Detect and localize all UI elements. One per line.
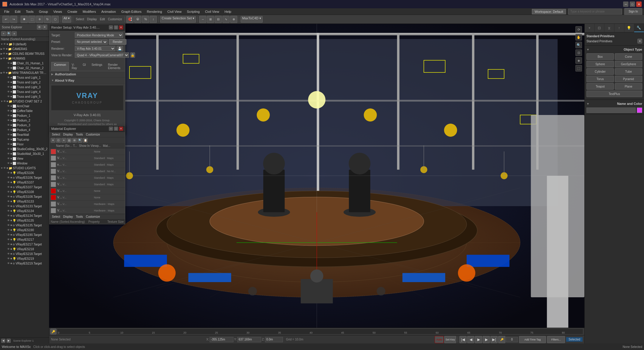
mat-menu-display[interactable]: Display — [62, 133, 74, 136]
tree-item[interactable]: ▼ 👁■ 📁 0 (default) — [0, 42, 49, 46]
tube-btn[interactable]: Tube — [615, 68, 642, 75]
tree-item[interactable]: 👁■ ⬜ ArmChair — [0, 104, 49, 108]
frame-number-input[interactable] — [506, 337, 518, 342]
about-vray-section[interactable]: ▼ About V-Ray — [49, 77, 125, 84]
save-file-btn[interactable]: 💾 — [117, 46, 123, 51]
tree-item[interactable]: 👁■ 💡 VRayIES108 — [0, 189, 49, 194]
maximize-button[interactable]: □ — [630, 1, 635, 7]
menu-rendering[interactable]: Rendering — [145, 9, 165, 14]
authorization-section[interactable]: ▶ Authorization — [49, 71, 125, 77]
mat-maximize-btn[interactable]: □ — [114, 127, 118, 131]
pan-btn[interactable]: ✋ — [575, 34, 582, 41]
box-btn[interactable]: Box — [586, 53, 614, 60]
material-list-item[interactable]: VRayLightRed_3 V... None — [49, 148, 125, 155]
align-btn[interactable]: ⊞ — [207, 16, 214, 23]
mat-tool-2[interactable]: ≡ — [61, 138, 66, 143]
rp-tab-motion[interactable]: ↑ — [614, 24, 624, 32]
redo-btn[interactable]: ↪ — [10, 16, 17, 23]
tree-item[interactable]: 👁■ ⊕ VRayIES107.Target — [0, 185, 49, 189]
mat-tool-3[interactable]: ▤ — [67, 138, 72, 143]
minimize-button[interactable]: ─ — [623, 1, 628, 7]
tree-item[interactable]: ▶ 👁■ 📁 CAMERAS — [0, 46, 49, 51]
view-select[interactable]: Quad 4 - VRayPhysicalCamera007 — [75, 52, 129, 58]
tree-item[interactable]: 👁■ 💡 VRayIES133 — [0, 199, 49, 204]
render-maximize-btn[interactable]: □ — [114, 25, 118, 29]
menu-help[interactable]: Help — [222, 9, 234, 14]
set-key-btn[interactable]: Set Key — [444, 336, 456, 343]
renderer-select[interactable]: V-Ray Adv 3.40.01 — [75, 46, 115, 51]
tree-item[interactable]: 👁■ ⬜ View — [0, 156, 49, 161]
prev-frame-btn[interactable]: ◀ — [467, 336, 474, 343]
tree-item[interactable]: 👁■ ⊕ VRayIES219.Target — [0, 261, 49, 266]
tree-item[interactable]: 👁■ ⬜ TopLamp — [0, 137, 49, 142]
menu-civil-view-2[interactable]: Civil View — [203, 9, 222, 14]
render-close-btn[interactable]: ✕ — [119, 25, 123, 29]
schematic-btn[interactable]: ⊕ — [230, 16, 237, 23]
tree-item[interactable]: 👁■ 💡 VRayIES190 — [0, 228, 49, 232]
tree-item[interactable]: 👁■ ⬜ Floor — [0, 142, 49, 147]
tree-item[interactable]: ▶ 👁■ 📁 HUMANS — [0, 56, 49, 61]
tree-item[interactable]: 👁■ ⊕ VRayIES135.Target — [0, 223, 49, 228]
mat-col-name[interactable]: Name (Sorted Ascending) — [56, 144, 73, 147]
render-minimize-btn[interactable]: ─ — [109, 25, 113, 29]
maxtoc4d-btn[interactable]: MaxToC4D ▾ — [241, 16, 262, 23]
tree-item[interactable]: 👁■ 💡 VRayIES135 — [0, 218, 49, 223]
timeline-key-btn[interactable]: 🔑 — [50, 329, 56, 335]
material-list-item[interactable]: VRayPlastic_3 V... Standard : No M... — [49, 168, 125, 175]
se-create-btn[interactable]: + — [1, 31, 6, 36]
tree-item[interactable]: 👁■ ⊕ VRayIES133.Target — [0, 204, 49, 209]
zoom-btn[interactable]: 🔍 — [575, 42, 582, 48]
tree-item[interactable]: 👁■ 💡 VRayIES107 — [0, 180, 49, 185]
auto-key-btn[interactable]: Auto — [435, 336, 444, 343]
se-scroll-left[interactable]: ◀ — [1, 339, 5, 343]
tree-item[interactable]: ▶ 👁■ 📁 MINI TRAINGULAR TRUSS ANI — [0, 70, 49, 75]
search-bar[interactable]: Type a keyword or phrase — [568, 9, 622, 15]
sphere-btn[interactable]: Sphere — [586, 61, 614, 67]
menu-graph-editors[interactable]: Graph Editors — [119, 9, 144, 14]
menu-modifiers[interactable]: Modifiers — [80, 9, 98, 14]
se-filter-btn[interactable]: ≡ — [12, 31, 17, 36]
angle-snap[interactable]: ⦿ — [134, 16, 141, 23]
workspace-dropdown[interactable]: Workspace: Default — [532, 9, 566, 14]
target-select[interactable]: Production Rendering Mode — [75, 32, 123, 38]
se-settings-btn[interactable]: ⚙ — [37, 25, 42, 29]
mat-tool-5[interactable]: 🔍 — [78, 138, 82, 143]
se-search-btn[interactable]: 🔍 — [7, 31, 11, 36]
material-list-item[interactable]: VRayScreen_1 V... Hardware : Maps — [49, 201, 125, 207]
mat-tool-6[interactable]: 📋 — [83, 138, 88, 143]
tree-item[interactable]: 👁■ ⬜ Podium_4 — [0, 127, 49, 132]
tree-item[interactable]: 👁■ ⊕ VRayIES218.Target — [0, 251, 49, 256]
curve-editor-btn[interactable]: ∿ — [222, 16, 230, 23]
sign-in-btn[interactable]: Sign In — [624, 8, 642, 15]
filter-dropdown[interactable]: All ▾ — [62, 16, 71, 23]
tree-item[interactable]: 👁■ ⊕ VRayIES106.Target — [0, 175, 49, 180]
mat-menu-select[interactable]: Select — [51, 133, 61, 136]
tab-render-elements[interactable]: Render Elements — [105, 62, 123, 71]
tree-item[interactable]: 👁■ ⊕ VRayIES108.Target — [0, 194, 49, 199]
mat-tool-1[interactable]: ⊡ — [56, 138, 61, 143]
menu-civil-view[interactable]: Civil View — [165, 9, 184, 14]
tree-item[interactable]: 👁■ ⬜ Chair_02_Human_2 — [0, 66, 49, 70]
mat-close-btn[interactable]: ✕ — [119, 127, 123, 131]
menu-animation[interactable]: Animation — [99, 9, 118, 14]
plane-btn[interactable]: Plane — [615, 83, 642, 90]
zoom-extents-btn[interactable]: ⊡ — [575, 49, 582, 56]
play-btn[interactable]: ▶ — [475, 336, 482, 343]
menu-group[interactable]: Group — [36, 9, 50, 14]
undo-btn[interactable]: ↩ — [2, 16, 10, 23]
tree-item[interactable]: 👁■ 💡 VRayIES219 — [0, 256, 49, 261]
tree-item[interactable]: 👁■ 💡 VRayIES106 — [0, 170, 49, 175]
tree-item[interactable]: 👁■ ⬜ CoffeeTable — [0, 108, 49, 113]
torus-btn[interactable]: Torus — [586, 76, 614, 82]
viewport[interactable]: ⟳ ✋ 🔍 ⊡ ◈ ⬚ — [49, 24, 584, 328]
tree-item[interactable]: 👁■ ⬜ Truss and Light_3 — [0, 85, 49, 89]
move-btn[interactable]: ✛ — [36, 16, 43, 23]
tree-item[interactable]: 👁■ ⊕ VRayIES217.Target — [0, 242, 49, 247]
mat-menu-tools[interactable]: Tools — [75, 133, 84, 136]
object-type-header[interactable]: ▼ Object Type — [586, 47, 642, 52]
tree-item[interactable]: 👁■ ⬜ Podium_1 — [0, 113, 49, 118]
tree-item[interactable]: 👁■ ⬜ Truss and Light_4 — [0, 89, 49, 94]
rp-tab-create[interactable]: + — [585, 24, 595, 32]
material-list-item[interactable]: VRayMetal_1 V... Standard : Maps — [49, 155, 125, 161]
layer-btn[interactable]: ⊟ — [215, 16, 222, 23]
